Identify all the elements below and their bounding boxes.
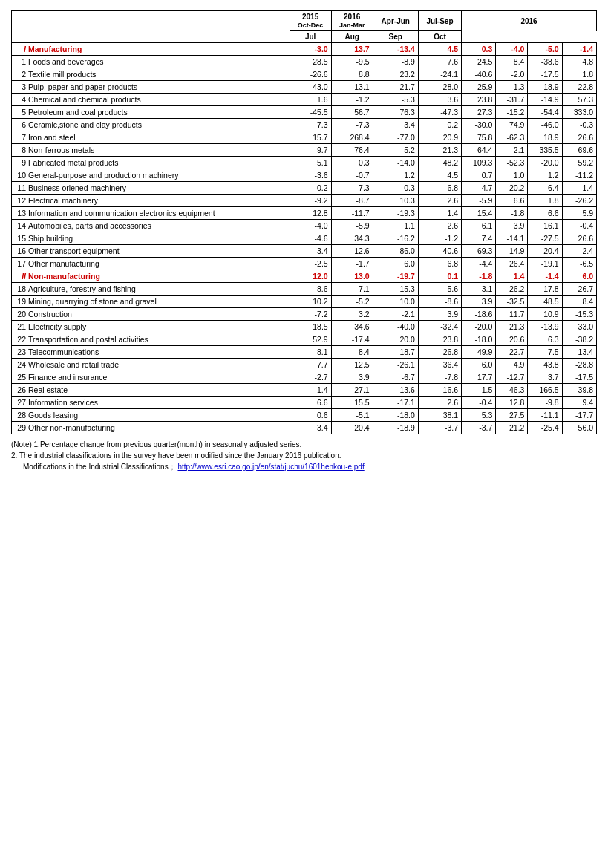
cell-value: -16.6 [418,384,461,397]
cell-value: 6.6 [290,397,331,409]
cell-value: -14.9 [528,94,562,106]
cell-value: 10.2 [290,296,331,308]
row-number: 5 [15,108,28,117]
header-2016-jan-mar: 2016Jan-Mar [331,11,373,31]
cell-value: 1.5 [462,384,496,397]
cell-value: 56.0 [562,422,596,434]
cell-value: -28.0 [418,81,461,94]
cell-value: 74.9 [496,119,528,131]
cell-value: -17.5 [562,371,596,384]
cell-value: 8.1 [290,346,331,359]
cell-value: 2.6 [418,220,461,232]
note-2: 2. The industrial classifications in the… [11,450,597,461]
cell-value: 3.4 [373,119,418,131]
cell-value: -27.5 [528,232,562,245]
cell-value: 6.0 [562,270,596,283]
row-label-text: Other transport equipment [28,247,120,255]
cell-value: -4.4 [462,258,496,270]
row-label-text: Foods and beverages [28,57,104,66]
row-label-text: Non-ferrous metals [28,146,94,154]
cell-value: 3.2 [331,308,373,321]
cell-value: -6.7 [373,371,418,384]
cell-value: -69.3 [462,245,496,258]
row-number: 23 [15,347,28,356]
cell-value: 3.9 [418,308,461,321]
cell-value: -12.6 [331,245,373,258]
row-number: 21 [15,322,28,331]
cell-value: 20.0 [373,333,418,346]
cell-value: 76.4 [331,144,373,157]
cell-value: -19.7 [373,270,418,283]
cell-value: 2.6 [418,195,461,207]
cell-value: -6.4 [528,182,562,195]
data-table: 2015Oct-Dec 2016Jan-Mar Apr-Jun Jul-Sep … [11,10,597,434]
row-label-text: Transportation and postal activities [28,335,148,344]
cell-value: -1.7 [331,258,373,270]
cell-value: -0.3 [562,119,596,131]
cell-value: 268.4 [331,131,373,144]
cell-value: 15.4 [462,207,496,220]
cell-value: 56.7 [331,106,373,119]
cell-value: -40.6 [418,245,461,258]
cell-value: 10.0 [373,296,418,308]
row-number: II [15,272,28,281]
cell-value: 7.6 [418,56,461,68]
row-label-II: IINon-manufacturing [12,270,290,283]
cell-value: 1.2 [373,169,418,182]
cell-value: -40.0 [373,321,418,333]
cell-value: -18.7 [373,346,418,359]
cell-value: -26.1 [373,359,418,371]
row-label-text: Goods leasing [28,411,78,420]
cell-value: 23.2 [373,68,418,81]
cell-value: -4.7 [462,182,496,195]
row-label-text: Information and communication electronic… [28,209,215,218]
cell-value: -11.2 [562,169,596,182]
note-3: Modifications in the Industrial Classifi… [11,461,597,472]
row-number: 24 [15,360,28,369]
row-label-21: 21Electricity supply [12,321,290,333]
row-label-3: 3Pulp, paper and paper products [12,81,290,94]
row-label-26: 26Real estate [12,384,290,397]
row-label-17: 17Other manufacturing [12,258,290,270]
cell-value: -5.0 [528,43,562,56]
cell-value: -39.8 [562,384,596,397]
cell-value: -12.7 [496,371,528,384]
cell-value: 1.0 [496,169,528,182]
cell-value: -4.0 [290,220,331,232]
row-label-text: Other manufacturing [28,259,99,268]
cell-value: -13.9 [528,321,562,333]
cell-value: -13.6 [373,384,418,397]
cell-value: -3.7 [418,422,461,434]
cell-value: -62.3 [496,131,528,144]
cell-value: -3.1 [462,283,496,296]
row-label-20: 20Construction [12,308,290,321]
note-link[interactable]: http://www.esri.cao.go.jp/en/stat/juchu/… [177,463,364,471]
cell-value: -8.6 [418,296,461,308]
cell-value: 6.0 [462,359,496,371]
cell-value: -3.7 [462,422,496,434]
cell-value: -17.4 [331,333,373,346]
cell-value: -17.1 [373,397,418,409]
cell-value: -8.7 [331,195,373,207]
header-label [12,11,290,43]
cell-value: 5.2 [373,144,418,157]
cell-value: 11.7 [496,308,528,321]
cell-value: -2.1 [373,308,418,321]
cell-value: 86.0 [373,245,418,258]
cell-value: 0.3 [462,43,496,56]
row-label-text: Pulp, paper and paper products [28,82,137,91]
cell-value: 33.0 [562,321,596,333]
cell-value: -1.8 [462,270,496,283]
cell-value: 52.9 [290,333,331,346]
row-label-text: Non-manufacturing [28,272,100,281]
header-apr-jun: Apr-Jun [373,11,418,31]
cell-value: 48.5 [528,296,562,308]
row-number: 15 [15,234,28,243]
row-label-11: 11Business oriened machinery [12,182,290,195]
cell-value: -2.7 [290,371,331,384]
cell-value: 5.9 [562,207,596,220]
row-label-text: Electricity supply [28,322,86,331]
row-number: 29 [15,423,28,432]
cell-value: 21.2 [496,422,528,434]
row-number: 6 [15,120,28,129]
